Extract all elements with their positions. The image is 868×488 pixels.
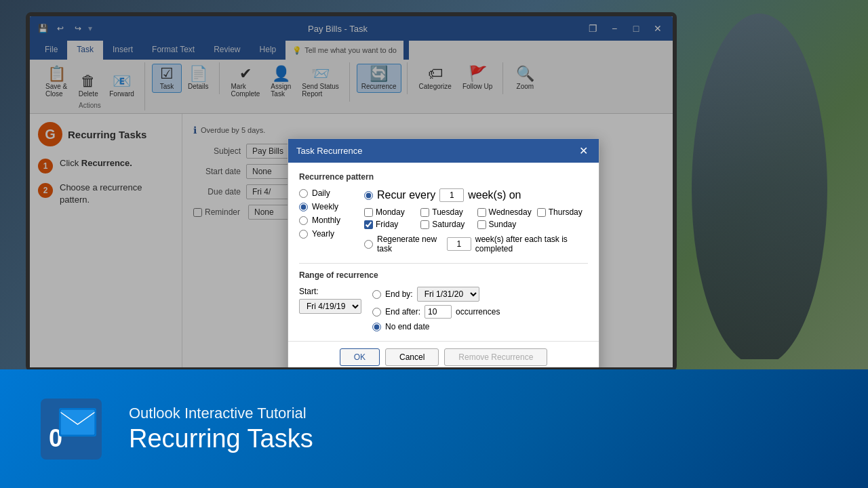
monthly-option[interactable]: Monthly xyxy=(299,216,353,225)
end-by-radio[interactable] xyxy=(372,290,381,299)
svg-rect-1 xyxy=(60,409,95,435)
range-start: Start: Fri 4/19/19 xyxy=(299,287,361,314)
yearly-option[interactable]: Yearly xyxy=(299,229,353,239)
modal-overlay: Task Recurrence ✕ Recurrence pattern Dai… xyxy=(30,16,673,367)
regenerate-label: Regenerate new task xyxy=(377,235,443,253)
recur-every-radio[interactable] xyxy=(364,191,373,200)
tuesday-check[interactable]: Tuesday xyxy=(420,207,471,217)
dialog-close-button[interactable]: ✕ xyxy=(576,144,591,157)
regenerate-suffix: week(s) after each task is completed xyxy=(475,235,588,253)
regenerate-row: Regenerate new task week(s) after each t… xyxy=(364,235,588,253)
branding-subtitle: Outlook Interactive Tutorial xyxy=(129,405,313,422)
ok-button[interactable]: OK xyxy=(340,348,380,366)
tuesday-checkbox[interactable] xyxy=(420,208,429,217)
no-end-option[interactable]: No end date xyxy=(372,322,500,331)
monday-checkbox[interactable] xyxy=(364,208,373,217)
weekly-options: Recur every week(s) on Monday Tuesday xyxy=(364,188,588,253)
laptop-screen: 💾 ↩ ↪ ▾ Pay Bills - Task ❐ − □ ✕ File Ta… xyxy=(26,12,677,371)
end-after-option[interactable]: End after: occurrences xyxy=(372,305,500,319)
separator xyxy=(299,263,588,264)
recur-every-label: Recur every xyxy=(377,189,435,201)
thursday-checkbox[interactable] xyxy=(537,208,546,217)
branding-text: Outlook Interactive Tutorial Recurring T… xyxy=(129,405,313,453)
branding-main-title: Recurring Tasks xyxy=(129,425,313,453)
sunday-check[interactable]: Sunday xyxy=(477,220,532,229)
dialog-title: Task Recurrence xyxy=(296,146,363,156)
days-grid: Monday Tuesday Wednesday Thursday xyxy=(364,207,588,229)
wednesday-checkbox[interactable] xyxy=(477,208,486,217)
occurrences-label: occurrences xyxy=(456,307,500,317)
saturday-check[interactable]: Saturday xyxy=(420,220,471,229)
person-background xyxy=(692,14,827,359)
recur-every-input[interactable] xyxy=(439,188,464,202)
recur-every-row: Recur every week(s) on xyxy=(364,188,588,202)
thursday-check[interactable]: Thursday xyxy=(537,207,588,217)
regenerate-input[interactable] xyxy=(447,237,471,251)
end-by-label: End by: xyxy=(385,289,413,299)
no-end-label: No end date xyxy=(385,322,429,331)
branding-bar: 0 Outlook Interactive Tutorial Recurring… xyxy=(0,369,868,488)
remove-recurrence-button[interactable]: Remove Recurrence xyxy=(444,348,547,366)
daily-radio[interactable] xyxy=(299,189,308,198)
range-layout: Start: Fri 4/19/19 End by: Fri 1/31/20 xyxy=(299,287,588,331)
no-end-radio[interactable] xyxy=(372,323,381,331)
pattern-types: Daily Weekly Monthly Yearly xyxy=(299,188,353,253)
sunday-checkbox[interactable] xyxy=(477,220,486,229)
end-after-radio[interactable] xyxy=(372,308,381,317)
start-label: Start: xyxy=(299,287,361,296)
range-section: Range of recurrence Start: Fri 4/19/19 E… xyxy=(299,263,588,331)
recurrence-dialog: Task Recurrence ✕ Recurrence pattern Dai… xyxy=(288,138,599,371)
end-by-option[interactable]: End by: Fri 1/31/20 xyxy=(372,287,500,302)
outlook-logo: 0 xyxy=(41,399,102,460)
monthly-radio[interactable] xyxy=(299,216,308,225)
daily-option[interactable]: Daily xyxy=(299,188,353,198)
friday-check[interactable]: Friday xyxy=(364,220,415,229)
saturday-checkbox[interactable] xyxy=(420,220,429,229)
wednesday-check[interactable]: Wednesday xyxy=(477,207,532,217)
pattern-section-title: Recurrence pattern xyxy=(299,172,588,182)
dialog-titlebar: Task Recurrence ✕ xyxy=(288,139,599,163)
range-section-title: Range of recurrence xyxy=(299,270,588,280)
range-options: End by: Fri 1/31/20 End after: occurrenc… xyxy=(372,287,500,331)
end-after-input[interactable] xyxy=(425,305,452,319)
weeks-on-label: week(s) on xyxy=(468,189,521,201)
regenerate-radio[interactable] xyxy=(364,240,373,249)
recurrence-layout: Daily Weekly Monthly Yearly xyxy=(299,188,588,253)
dialog-footer: OK Cancel Remove Recurrence xyxy=(288,341,599,371)
outlook-envelope-icon xyxy=(59,408,96,436)
weekly-option[interactable]: Weekly xyxy=(299,202,353,211)
monday-check[interactable]: Monday xyxy=(364,207,415,217)
yearly-radio[interactable] xyxy=(299,230,308,239)
end-after-label: End after: xyxy=(385,307,420,317)
cancel-button[interactable]: Cancel xyxy=(385,348,439,366)
dialog-body: Recurrence pattern Daily Weekly Monthly xyxy=(288,163,599,341)
friday-checkbox[interactable] xyxy=(364,220,373,229)
start-date-select[interactable]: Fri 4/19/19 xyxy=(299,299,361,314)
end-by-select[interactable]: Fri 1/31/20 xyxy=(417,287,479,302)
weekly-radio[interactable] xyxy=(299,203,308,211)
